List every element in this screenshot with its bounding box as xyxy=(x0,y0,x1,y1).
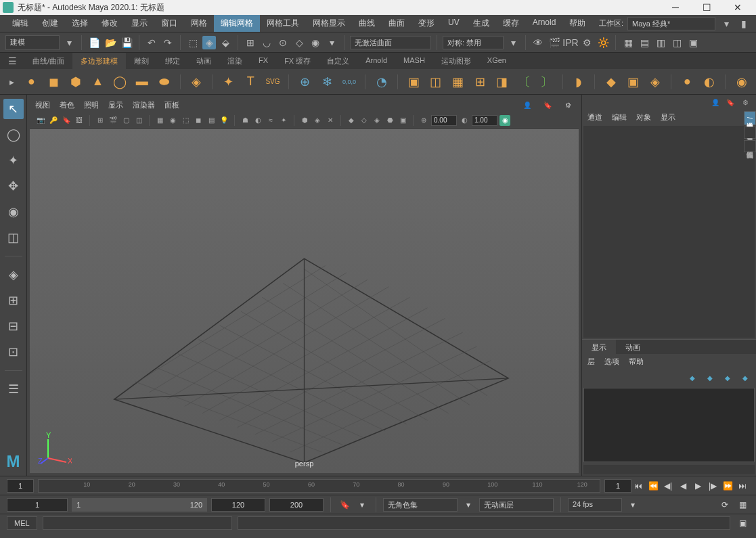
vp-aa-icon[interactable]: ✦ xyxy=(278,115,289,126)
poly-cylinder-icon[interactable]: ⬢ xyxy=(66,72,85,91)
layer-list[interactable] xyxy=(583,388,755,462)
range-start-field[interactable] xyxy=(7,498,68,512)
viewport-3d[interactable]: Y X Z persp xyxy=(30,129,579,473)
smooth-icon[interactable]: ● xyxy=(678,72,696,91)
shelf-tab-6[interactable]: FX xyxy=(250,53,276,70)
vp-shadow-icon[interactable]: ☗ xyxy=(240,115,250,126)
prefs-icon[interactable]: ▦ xyxy=(736,498,749,512)
vtab-modeling-kit[interactable]: 建模工具包 xyxy=(744,127,756,139)
bevel-icon[interactable]: ◆ xyxy=(602,72,620,91)
ch-tab-object[interactable]: 对象 xyxy=(636,112,651,122)
shelf-menu-icon[interactable]: ☰ xyxy=(5,54,19,68)
open-scene-icon[interactable]: 📂 xyxy=(104,36,117,49)
menu-缓存[interactable]: 缓存 xyxy=(496,15,526,32)
charset-arrow-icon[interactable]: ▾ xyxy=(462,498,475,512)
shelf-tab-2[interactable]: 雕刻 xyxy=(126,53,157,70)
reduce-icon[interactable]: ◐ xyxy=(701,72,719,91)
vp-shade-icon[interactable]: ◼ xyxy=(193,115,204,126)
charset-select[interactable]: 无角色集 xyxy=(383,498,458,512)
vp-wire-icon[interactable]: ⬚ xyxy=(180,115,191,126)
panel-layout2-icon[interactable]: ▤ xyxy=(638,36,651,49)
layer-icon[interactable]: ◔ xyxy=(372,72,391,91)
prev-key-button[interactable]: ◀| xyxy=(661,479,675,493)
fps-arrow-icon[interactable]: ▾ xyxy=(626,498,640,512)
layer-scrollbar[interactable] xyxy=(583,465,755,474)
vp-light-icon[interactable]: 💡 xyxy=(219,115,229,126)
render-view-icon[interactable]: 👁 xyxy=(531,36,545,49)
menu-网格显示[interactable]: 网格显示 xyxy=(306,15,352,32)
vp-menu-view[interactable]: 视图 xyxy=(35,100,50,110)
svg-icon[interactable]: SVG xyxy=(264,72,282,91)
menu-变形[interactable]: 变形 xyxy=(412,15,441,32)
poly-disc-icon[interactable]: ⬬ xyxy=(155,72,173,91)
bracket-right-icon[interactable]: 〕 xyxy=(537,72,556,91)
shelf-tab-4[interactable]: 动画 xyxy=(188,53,219,70)
ch-tab-channel[interactable]: 通道 xyxy=(587,112,602,122)
mirror-icon[interactable]: ◨ xyxy=(493,72,512,91)
vp-gamma-field[interactable] xyxy=(472,115,497,126)
vp-key-icon[interactable]: 🔑 xyxy=(48,115,59,126)
vp-xray-icon[interactable]: ◈ xyxy=(312,115,323,126)
vtab-channel-box[interactable]: 通道盒/层编辑器 xyxy=(744,111,756,125)
vp-imgplane-icon[interactable]: 🖼 xyxy=(74,115,85,126)
new-scene-icon[interactable]: 📄 xyxy=(87,36,101,49)
panel-layout5-icon[interactable]: ▣ xyxy=(686,36,700,49)
panel-layout3-icon[interactable]: ▥ xyxy=(654,36,667,49)
play-back-button[interactable]: ◀ xyxy=(676,479,690,493)
autokey-icon[interactable]: 🔖 xyxy=(338,498,351,512)
render-globals-icon[interactable]: ⚙ xyxy=(580,36,594,49)
vp-all-icon[interactable]: ▦ xyxy=(154,115,165,126)
vtab-attr-editor[interactable]: 属性编辑器 xyxy=(744,140,756,152)
layer-tab-option[interactable]: 选项 xyxy=(604,357,619,367)
shelf-tab-11[interactable]: 运动图形 xyxy=(433,53,479,70)
symmetry-arrow-icon[interactable]: ▾ xyxy=(506,36,520,49)
rewind-button[interactable]: ⏮ xyxy=(631,479,645,493)
fps-select[interactable]: 24 fps xyxy=(568,498,622,512)
minimize-button[interactable]: ─ xyxy=(660,0,691,15)
lasso-tool-icon[interactable]: ◯ xyxy=(3,125,24,145)
render-frame-icon[interactable]: 🎬 xyxy=(548,36,561,49)
snap-point-icon[interactable]: ⊙ xyxy=(276,36,290,49)
separate-icon[interactable]: ◫ xyxy=(427,72,445,91)
rotate-tool-icon[interactable]: ◉ xyxy=(3,202,24,222)
vp-tool5-icon[interactable]: ▣ xyxy=(397,115,408,126)
cmd-input[interactable] xyxy=(43,516,232,530)
menu-编辑[interactable]: 编辑 xyxy=(5,15,35,32)
range-end2-field[interactable] xyxy=(269,498,324,512)
vp-bookmark2-icon[interactable]: 🔖 xyxy=(61,115,72,126)
grid-icon[interactable]: ⊞ xyxy=(471,72,489,91)
platonic-icon[interactable]: ◈ xyxy=(187,72,206,91)
scale-tool-icon[interactable]: ◫ xyxy=(3,227,24,248)
vp-res-icon[interactable]: ◫ xyxy=(133,115,144,126)
vp-menu-renderer[interactable]: 渲染器 xyxy=(133,100,155,110)
select-tool-icon[interactable]: ↖ xyxy=(3,99,24,119)
snap-curve-icon[interactable]: ◡ xyxy=(260,36,273,49)
layer-tab-layer[interactable]: 层 xyxy=(587,357,595,367)
vp-tex-icon[interactable]: ▤ xyxy=(206,115,217,126)
pivot-icon[interactable]: ⊕ xyxy=(296,72,314,91)
shelf-tab-5[interactable]: 渲染 xyxy=(219,53,250,70)
disp-tab-display[interactable]: 显示 xyxy=(582,340,616,354)
ch-tab-edit[interactable]: 编辑 xyxy=(612,112,627,122)
panel-layout4-icon[interactable]: ◫ xyxy=(670,36,684,49)
last-tool-icon[interactable]: ◈ xyxy=(3,265,24,285)
ipr-icon[interactable]: IPR xyxy=(564,36,577,49)
sidebar-toggle-icon[interactable]: ▮ xyxy=(737,17,751,30)
single-view-icon[interactable]: ⊞ xyxy=(3,290,24,311)
rp-gear-icon[interactable]: ⚙ xyxy=(740,97,751,108)
freeze-icon[interactable]: ❄ xyxy=(318,72,336,91)
vp-menu-shading[interactable]: 着色 xyxy=(60,100,74,110)
shelf-tab-8[interactable]: 自定义 xyxy=(319,53,357,70)
poly-plane-icon[interactable]: ▬ xyxy=(133,72,151,91)
rp-bookmark-icon[interactable]: 🔖 xyxy=(725,97,736,108)
panel-layout1-icon[interactable]: ▦ xyxy=(621,36,635,49)
workspace-arrow-icon[interactable]: ▾ xyxy=(719,17,733,30)
vp-tool4-icon[interactable]: ⬣ xyxy=(384,115,395,126)
shelf-tab-1[interactable]: 多边形建模 xyxy=(72,53,126,70)
range-slider[interactable]: 1120 xyxy=(72,498,207,512)
range-arrow-icon[interactable]: ▾ xyxy=(355,498,369,512)
vp-tool2-icon[interactable]: ◇ xyxy=(359,115,370,126)
cmd-lang-label[interactable]: MEL xyxy=(7,516,37,530)
vp-gear-icon[interactable]: ⚙ xyxy=(562,99,573,110)
snap-grid-icon[interactable]: ⊞ xyxy=(244,36,257,49)
